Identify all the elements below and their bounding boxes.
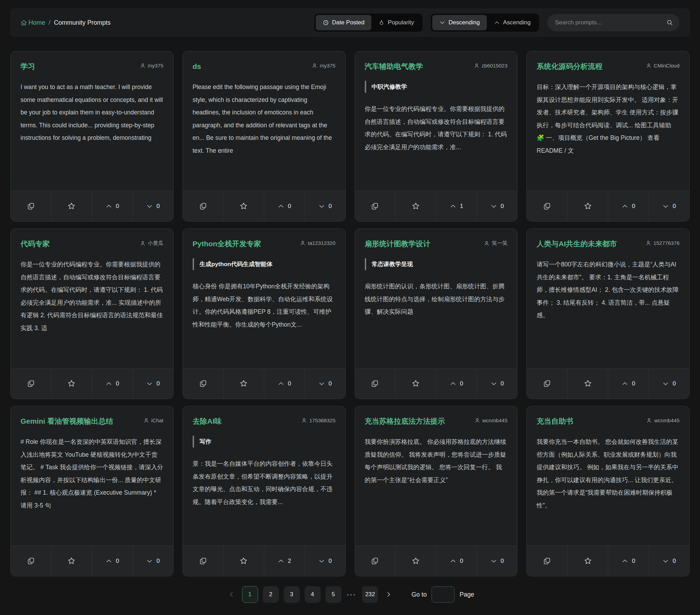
- copy-button[interactable]: [527, 191, 567, 221]
- favorite-button[interactable]: [567, 368, 608, 399]
- downvote-button[interactable]: 0: [305, 546, 345, 576]
- prompt-card[interactable]: 汽车辅助电气教学 zb6015023 中职汽修教学 你是一位专业的代码编程专业。…: [355, 51, 518, 222]
- copy-button[interactable]: [355, 546, 395, 576]
- page-button-4[interactable]: 4: [305, 586, 321, 603]
- downvote-count: 0: [501, 203, 504, 210]
- upvote-button[interactable]: 1: [436, 191, 476, 221]
- card-body: 系统化源码分析流程 CMinCloud 目标：深入理解一个开源项目的架构与核心逻…: [527, 51, 689, 191]
- prompt-card[interactable]: 充当自助书 wcnmb445 我要你充当一本自助书。 您会就如何改善我生活的某些…: [526, 406, 690, 576]
- favorite-button[interactable]: [567, 546, 608, 576]
- card-body: Gemini 看油管视频输出总结 iChat # Role 你现在是一名资深的中…: [11, 406, 173, 545]
- card-content-text: # Role 你现在是一名资深的中英双语知识官，擅长深入浅出地将英文 YouTu…: [21, 436, 163, 512]
- upvote-button[interactable]: 0: [92, 368, 132, 399]
- page-button-1[interactable]: 1: [242, 586, 258, 603]
- prompt-card[interactable]: 代码专家 小黄瓜 你是一位专业的代码编程专业。你需要根据我提供的自然语言描述，自…: [10, 229, 174, 399]
- copy-button[interactable]: [11, 191, 51, 221]
- favorite-button[interactable]: [51, 191, 92, 221]
- prompt-card[interactable]: 去除AI味 175368325 写作 景：我是一名自媒体平台的内容创作者，依靠今…: [183, 406, 346, 576]
- prev-page-button[interactable]: [226, 589, 237, 600]
- prompt-card[interactable]: 充当苏格拉底法方法提示 wcnmb445 我要你扮演苏格拉底。 你必须用苏格拉底…: [355, 406, 518, 576]
- upvote-button[interactable]: 0: [436, 368, 476, 399]
- favorite-button[interactable]: [223, 546, 264, 576]
- prompt-card[interactable]: Python全栈开发专家 ta12312320 生成python代码生成智能体 …: [183, 229, 346, 399]
- favorite-button[interactable]: [395, 191, 436, 221]
- upvote-button[interactable]: 2: [264, 546, 305, 576]
- copy-button[interactable]: [11, 546, 51, 576]
- copy-button[interactable]: [11, 368, 51, 399]
- copy-button[interactable]: [527, 546, 567, 576]
- next-page-button[interactable]: [383, 589, 394, 600]
- upvote-count: 0: [116, 558, 119, 565]
- card-author-name: 小黄瓜: [148, 240, 163, 247]
- upvote-button[interactable]: 0: [264, 368, 305, 399]
- copy-button[interactable]: [183, 546, 223, 576]
- downvote-button[interactable]: 0: [476, 368, 517, 399]
- upvote-button[interactable]: 0: [264, 191, 305, 221]
- upvote-button[interactable]: 0: [92, 546, 132, 576]
- header-bar: Home / Community Prompts Date Posted Pop…: [10, 9, 690, 37]
- prompt-card[interactable]: ds my375 Please edit the following passa…: [183, 51, 346, 222]
- prompt-card[interactable]: Gemini 看油管视频输出总结 iChat # Role 你现在是一名资深的中…: [10, 406, 174, 576]
- favorite-button[interactable]: [51, 368, 92, 399]
- downvote-button[interactable]: 0: [305, 368, 345, 399]
- goto-label: Go to: [411, 591, 427, 598]
- upvote-button[interactable]: 0: [92, 191, 132, 221]
- upvote-button[interactable]: 0: [608, 191, 649, 221]
- upvote-button[interactable]: 0: [436, 546, 476, 576]
- copy-button[interactable]: [183, 368, 223, 399]
- tab-date-posted[interactable]: Date Posted: [316, 15, 372, 30]
- downvote-chevron-icon: [490, 558, 497, 565]
- tab-ascending[interactable]: Ascending: [487, 15, 538, 30]
- upvote-count: 0: [116, 380, 119, 387]
- search-icon[interactable]: [666, 19, 673, 26]
- copy-button[interactable]: [527, 368, 567, 399]
- downvote-button[interactable]: 0: [305, 191, 345, 221]
- favorite-button[interactable]: [567, 191, 608, 221]
- page-button-5[interactable]: 5: [325, 586, 341, 603]
- upvote-count: 0: [288, 380, 291, 387]
- downvote-button[interactable]: 0: [132, 368, 173, 399]
- page-label: Page: [459, 591, 474, 598]
- tab-descending[interactable]: Descending: [432, 15, 487, 30]
- downvote-button[interactable]: 0: [132, 546, 173, 576]
- breadcrumb-home-link[interactable]: Home: [21, 19, 45, 26]
- downvote-button[interactable]: 0: [132, 191, 173, 221]
- downvote-button[interactable]: 0: [476, 546, 517, 576]
- goto-page-input[interactable]: [432, 586, 454, 602]
- favorite-button[interactable]: [51, 546, 92, 576]
- prompt-card[interactable]: 系统化源码分析流程 CMinCloud 目标：深入理解一个开源项目的架构与核心逻…: [526, 51, 690, 222]
- prompt-card[interactable]: 学习 my375 I want you to act as a math tea…: [10, 51, 174, 222]
- downvote-button[interactable]: 0: [649, 191, 689, 221]
- copy-button[interactable]: [183, 191, 223, 221]
- favorite-button[interactable]: [395, 546, 436, 576]
- last-page-button[interactable]: 232: [362, 586, 378, 603]
- user-icon: [301, 417, 307, 423]
- favorite-button[interactable]: [395, 368, 436, 399]
- tab-descending-label: Descending: [449, 19, 480, 26]
- upvote-button[interactable]: 0: [608, 368, 649, 399]
- search-input[interactable]: [555, 19, 666, 26]
- page-button-2[interactable]: 2: [263, 586, 279, 603]
- prompt-card[interactable]: 人类与AI共生的未来都市 152776376 请写一个800字左右的科幻微小说，…: [526, 229, 690, 399]
- favorite-button[interactable]: [223, 368, 264, 399]
- tab-ascending-label: Ascending: [503, 19, 531, 26]
- upvote-button[interactable]: 0: [608, 546, 649, 576]
- tab-popularity[interactable]: Popularity: [371, 15, 421, 30]
- copy-button[interactable]: [355, 191, 395, 221]
- favorite-button[interactable]: [223, 191, 264, 221]
- clock-icon: [323, 19, 329, 26]
- page-button-3[interactable]: 3: [284, 586, 300, 603]
- downvote-chevron-icon: [318, 558, 325, 565]
- copy-icon: [371, 557, 379, 565]
- downvote-button[interactable]: 0: [476, 191, 517, 221]
- downvote-button[interactable]: 0: [649, 368, 689, 399]
- downvote-chevron-icon: [318, 380, 325, 387]
- upvote-chevron-icon: [621, 203, 628, 210]
- prompt-card[interactable]: 扇形统计图教学设计 笑一笑 常态课教学呈现 扇形统计图的认识，条形统计图、扇形统…: [355, 229, 518, 399]
- upvote-count: 0: [116, 203, 119, 210]
- downvote-button[interactable]: 0: [649, 546, 689, 576]
- card-content-text: 核心身份 你是拥有10年Python全栈开发经验的架构师，精通Web开发、数据科…: [193, 280, 336, 331]
- copy-button[interactable]: [355, 368, 395, 399]
- search-box: [547, 14, 679, 31]
- pagination-ellipsis: •••: [347, 592, 357, 598]
